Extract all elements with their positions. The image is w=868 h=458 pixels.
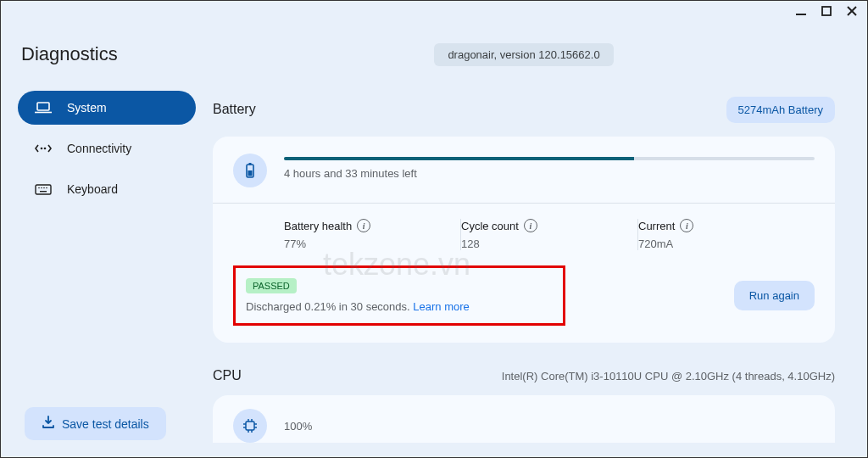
battery-card: 4 hours and 33 minutes left Battery heal… bbox=[213, 137, 835, 343]
svg-rect-13 bbox=[40, 191, 47, 192]
info-icon[interactable]: i bbox=[680, 219, 693, 232]
svg-point-11 bbox=[43, 187, 45, 188]
sidebar-item-keyboard[interactable]: Keyboard bbox=[18, 172, 196, 206]
stat-label: Battery health bbox=[284, 220, 352, 232]
svg-rect-8 bbox=[36, 185, 51, 194]
svg-rect-1 bbox=[822, 7, 831, 15]
minimize-icon[interactable] bbox=[794, 4, 808, 18]
svg-point-7 bbox=[44, 148, 47, 150]
save-test-details-button[interactable]: Save test details bbox=[25, 407, 166, 440]
battery-progress bbox=[284, 157, 815, 160]
save-button-label: Save test details bbox=[62, 417, 149, 431]
keyboard-icon bbox=[35, 182, 52, 196]
close-icon[interactable] bbox=[845, 4, 859, 18]
cpu-section-title: CPU bbox=[213, 368, 242, 383]
sidebar-item-connectivity[interactable]: Connectivity bbox=[18, 131, 196, 165]
main-content: dragonair, version 120.15662.0 Battery 5… bbox=[213, 43, 867, 457]
stat-label: Cycle count bbox=[461, 220, 519, 232]
svg-point-10 bbox=[41, 187, 42, 188]
svg-point-9 bbox=[38, 187, 40, 188]
sidebar-item-system[interactable]: System bbox=[18, 91, 196, 125]
run-again-button[interactable]: Run again bbox=[734, 281, 815, 310]
battery-icon bbox=[233, 154, 267, 187]
battery-capacity-badge: 5274mAh Battery bbox=[726, 97, 835, 123]
svg-point-6 bbox=[41, 148, 43, 150]
stat-cycle-count: Cycle counti 128 bbox=[461, 219, 638, 250]
version-pill: dragonair, version 120.15662.0 bbox=[434, 43, 613, 66]
sidebar-item-label: Connectivity bbox=[67, 142, 131, 155]
svg-rect-17 bbox=[246, 422, 254, 430]
laptop-icon bbox=[35, 101, 52, 114]
cpu-percent: 100% bbox=[284, 420, 312, 433]
test-result-highlight: PASSED Discharged 0.21% in 30 seconds. L… bbox=[233, 265, 565, 326]
download-icon bbox=[42, 416, 55, 432]
info-icon[interactable]: i bbox=[357, 219, 370, 232]
sidebar-item-label: System bbox=[67, 101, 107, 114]
stat-value: 77% bbox=[284, 237, 426, 250]
page-title: Diagnostics bbox=[21, 43, 213, 65]
test-result-text: Discharged 0.21% in 30 seconds. Learn mo… bbox=[246, 300, 470, 313]
stat-value: 128 bbox=[461, 237, 604, 250]
svg-rect-15 bbox=[249, 163, 252, 165]
sidebar: Diagnostics System Connectivity Keyboard bbox=[18, 43, 213, 457]
battery-time-left: 4 hours and 33 minutes left bbox=[284, 167, 815, 180]
stat-value: 720mA bbox=[638, 237, 781, 250]
chip-icon bbox=[233, 409, 267, 443]
info-icon[interactable]: i bbox=[524, 219, 537, 232]
maximize-icon[interactable] bbox=[820, 4, 833, 18]
svg-point-12 bbox=[46, 187, 47, 188]
svg-rect-16 bbox=[248, 170, 253, 176]
learn-more-link[interactable]: Learn more bbox=[413, 300, 469, 313]
sidebar-item-label: Keyboard bbox=[67, 182, 118, 196]
connectivity-icon bbox=[35, 142, 52, 155]
status-badge: PASSED bbox=[246, 278, 297, 293]
battery-section-title: Battery bbox=[213, 102, 256, 117]
divider bbox=[213, 203, 835, 204]
cpu-card: 100% bbox=[213, 395, 835, 443]
stat-current: Currenti 720mA bbox=[638, 219, 815, 250]
cpu-model: Intel(R) Core(TM) i3-10110U CPU @ 2.10GH… bbox=[502, 370, 835, 383]
svg-rect-4 bbox=[37, 103, 49, 110]
stat-battery-health: Battery healthi 77% bbox=[284, 219, 461, 250]
stat-label: Current bbox=[638, 220, 675, 232]
